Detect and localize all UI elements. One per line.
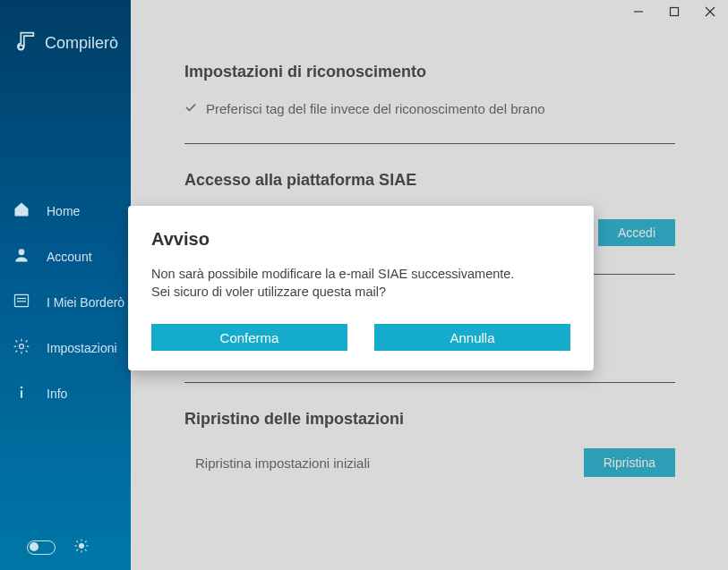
sidebar-nav: Home Account I Miei Borderò Impostazioni… — [0, 200, 131, 404]
reset-button[interactable]: Ripristina — [584, 448, 675, 477]
check-icon — [184, 101, 197, 116]
modal-line1: Non sarà possibile modificare la e-mail … — [151, 266, 570, 284]
sidebar-item-home[interactable]: Home — [13, 200, 131, 221]
music-note-icon — [13, 29, 38, 57]
brightness-icon — [73, 538, 90, 557]
divider — [184, 382, 675, 383]
svg-line-15 — [76, 549, 78, 551]
svg-rect-18 — [671, 8, 679, 16]
svg-point-1 — [19, 249, 25, 255]
reset-text: Ripristina impostazioni iniziali — [184, 455, 370, 471]
user-icon — [13, 246, 30, 267]
sidebar: Compilerò Home Account I Miei Borderò Im… — [0, 0, 131, 570]
sidebar-item-label: Impostazioni — [47, 341, 117, 355]
sidebar-item-label: Home — [47, 204, 80, 218]
sidebar-item-account[interactable]: Account — [13, 246, 131, 267]
modal-body: Non sarà possibile modificare la e-mail … — [151, 266, 570, 301]
sidebar-footer — [27, 538, 90, 557]
modal-confirm-button[interactable]: Conferma — [151, 324, 347, 351]
divider — [184, 143, 675, 144]
reset-row: Ripristina impostazioni iniziali Riprist… — [184, 448, 675, 477]
info-icon — [13, 383, 30, 404]
app-logo: Compilerò — [0, 0, 131, 93]
svg-point-0 — [19, 45, 23, 49]
svg-rect-7 — [21, 390, 22, 397]
sidebar-item-info[interactable]: Info — [13, 383, 131, 404]
recognition-section-title: Impostazioni di riconoscimento — [184, 63, 675, 81]
sidebar-item-settings[interactable]: Impostazioni — [13, 337, 131, 358]
sidebar-item-label: Account — [47, 250, 92, 264]
window-titlebar — [131, 0, 728, 27]
window-maximize-button[interactable] — [668, 5, 681, 18]
sidebar-item-bordero[interactable]: I Miei Borderò — [13, 292, 131, 312]
svg-line-13 — [76, 540, 78, 542]
modal-buttons: Conferma Annulla — [151, 324, 570, 351]
main-area: Impostazioni di riconoscimento Preferisc… — [131, 0, 728, 570]
svg-rect-2 — [15, 294, 29, 306]
siae-login-button[interactable]: Accedi — [598, 219, 675, 246]
svg-line-14 — [85, 549, 87, 551]
modal-cancel-button[interactable]: Annulla — [374, 324, 570, 351]
app-name: Compilerò — [45, 34, 118, 53]
theme-toggle[interactable] — [27, 540, 56, 555]
svg-point-6 — [21, 387, 23, 389]
svg-point-8 — [79, 543, 84, 549]
svg-line-16 — [85, 540, 87, 542]
sidebar-item-label: I Miei Borderò — [47, 295, 124, 310]
home-icon — [13, 200, 30, 221]
prefer-tags-label: Preferisci tag del file invece del ricon… — [206, 101, 545, 116]
window-minimize-button[interactable] — [632, 5, 645, 18]
gear-icon — [13, 337, 30, 358]
reset-section-title: Ripristino delle impostazioni — [184, 410, 675, 429]
confirm-modal: Avviso Non sarà possibile modificare la … — [128, 206, 594, 370]
siae-section-title: Accesso alla piattaforma SIAE — [184, 171, 675, 190]
list-icon — [13, 292, 30, 312]
prefer-tags-option[interactable]: Preferisci tag del file invece del ricon… — [184, 101, 675, 116]
svg-point-5 — [20, 345, 24, 349]
modal-line2: Sei sicuro di voler utilizzare questa ma… — [151, 284, 570, 302]
sidebar-item-label: Info — [47, 387, 67, 401]
window-close-button[interactable] — [704, 5, 716, 18]
modal-title: Avviso — [151, 229, 570, 250]
